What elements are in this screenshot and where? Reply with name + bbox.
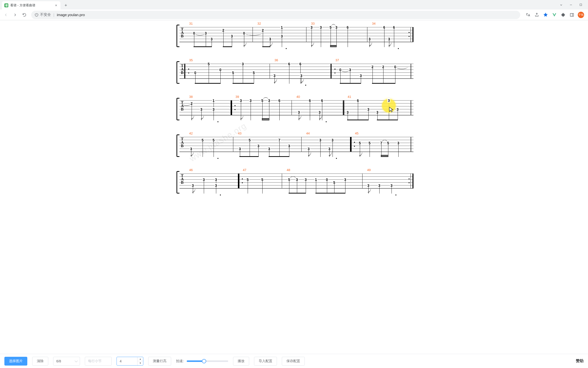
share-icon[interactable] (534, 12, 540, 18)
measure-number: 47 (243, 168, 246, 172)
play-button[interactable]: 播放 (233, 357, 249, 366)
slider-handle[interactable] (202, 359, 206, 363)
security-indicator[interactable]: 不安全 (35, 12, 51, 17)
select-image-button[interactable]: 选择图片 (4, 357, 27, 366)
measure-number: 44 (306, 132, 310, 135)
measure-number: 37 (335, 58, 339, 62)
spinner-up-icon[interactable]: ▲ (137, 357, 143, 361)
control-bar: 选择图片 清除 6/8 每行小节 4 ▲ ▼ 测量行高 拍速: 播放 导入配置 … (0, 354, 588, 368)
number-input-value: 4 (120, 359, 122, 363)
measure-number: 35 (189, 58, 193, 62)
import-config-button[interactable]: 导入配置 (254, 357, 277, 366)
tab-title: 看谱 - 方便看曲谱 (10, 3, 52, 8)
maximize-icon[interactable] (577, 1, 584, 8)
number-input[interactable]: 4 ▲ ▼ (117, 357, 143, 366)
measure-number: 48 (287, 168, 290, 172)
reload-button[interactable] (20, 11, 28, 19)
measure-number: 36 (274, 58, 278, 62)
measure-number: 39 (235, 95, 239, 99)
tab-favicon: 谱 (4, 3, 8, 7)
svg-rect-0 (580, 4, 582, 6)
measure-number: 38 (189, 95, 193, 99)
measure-row-height-button[interactable]: 测量行高 (148, 357, 171, 366)
svg-rect-1 (570, 13, 573, 16)
window-controls (554, 0, 588, 10)
chevron-down-icon[interactable] (558, 1, 565, 8)
security-text: 不安全 (40, 12, 51, 17)
tab-strip: 谱 看谱 - 方便看曲谱 × + (0, 0, 588, 10)
clear-button[interactable]: 清除 (32, 357, 48, 366)
address-bar[interactable]: 不安全 | image.youlan.pro (31, 11, 520, 19)
score-viewport[interactable]: TAB310332303223133333536343663TAB3505053… (0, 20, 588, 354)
tab-close-icon[interactable]: × (54, 3, 58, 7)
tempo-label: 拍速: (176, 359, 184, 363)
time-signature-select[interactable]: 6/8 (53, 357, 80, 366)
measure-number: 49 (367, 168, 371, 172)
forward-button[interactable] (11, 11, 19, 19)
measure-number: 40 (296, 95, 300, 99)
back-button (2, 11, 10, 19)
measure-number: 45 (355, 132, 358, 135)
profile-avatar[interactable]: 子魚 (578, 12, 584, 18)
measure-number: 43 (238, 132, 241, 135)
extensions-icon[interactable] (560, 12, 566, 18)
tempo-slider[interactable] (187, 360, 228, 362)
sidepanel-icon[interactable] (569, 12, 575, 18)
measure-number: 42 (189, 132, 193, 135)
measure-number: 31 (189, 22, 193, 25)
vue-extension-icon[interactable] (551, 12, 557, 18)
browser-toolbar: 不安全 | image.youlan.pro 子魚 (0, 10, 588, 20)
slider-fill (187, 360, 204, 362)
bookmark-star-icon[interactable] (543, 12, 549, 18)
save-config-button[interactable]: 保存配置 (282, 357, 305, 366)
measure-number: 41 (348, 95, 351, 99)
sponsor-link[interactable]: 赞助 (576, 358, 584, 364)
cursor-arrow-icon (389, 107, 394, 113)
browser-tab[interactable]: 谱 看谱 - 方便看曲谱 × (2, 1, 60, 10)
url-text: image.youlan.pro (57, 13, 85, 17)
measure-number: 32 (257, 22, 261, 25)
score-sheet: TAB310332303223133333536343663TAB3505053… (175, 23, 413, 347)
bars-per-row-input[interactable]: 每行小节 (85, 357, 112, 366)
measure-number: 34 (372, 22, 375, 25)
measure-number: 46 (189, 168, 193, 172)
spinner-down-icon[interactable]: ▼ (137, 361, 143, 365)
new-tab-button[interactable]: + (62, 2, 69, 9)
translate-icon[interactable] (525, 12, 531, 18)
minimize-icon[interactable] (568, 1, 574, 8)
